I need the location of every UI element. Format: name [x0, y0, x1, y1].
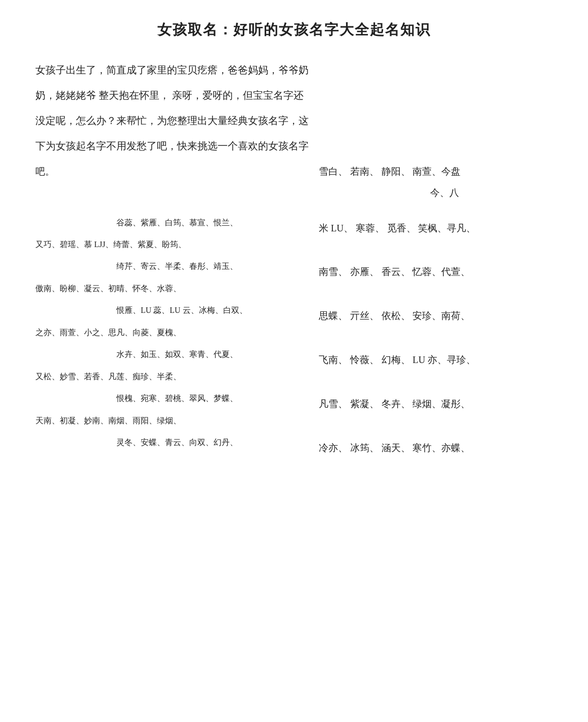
intro-line4: 下为女孩起名字不用发愁了吧，快来挑选一个喜欢的女孩名字 — [35, 136, 553, 156]
section-row-1: 谷蕊、紫雁、白筠、慕宣、恨兰、 米 LU、 寒蓉、 觅香、 笑枫、寻凡、 — [35, 218, 553, 239]
section-row-2: 又巧、碧瑶、慕 LJJ、绮蕾、紫夏、盼筠、 — [35, 239, 553, 250]
section-row-2-left: 又巧、碧瑶、慕 LJJ、绮蕾、紫夏、盼筠、 — [35, 239, 319, 250]
section-row-1-right: 米 LU、 寒蓉、 觅香、 笑枫、寻凡、 — [319, 218, 553, 239]
intro-line5-right: 雪白、 若南、 静阳、 南萱、今盘 今、八 — [319, 161, 553, 204]
intro-line2: 奶，姥姥姥爷 整天抱在怀里， 亲呀，爱呀的，但宝宝名字还 — [35, 85, 553, 105]
section-row-9: 恨槐、宛寒、碧桃、翠风、梦蝶、 凡雪、 紫凝、 冬卉、 绿烟、凝彤、 — [35, 393, 553, 415]
section-row-3-right: 南雪、 亦雁、 香云、 忆蓉、代萱、 — [319, 261, 553, 283]
section-row-8: 又松、妙雪、若香、凡莲、痴珍、半柔、 — [35, 372, 553, 382]
section-row-10-left: 天南、初凝、妙南、南烟、雨阳、绿烟、 — [35, 416, 319, 426]
section-row-7: 水卉、如玉、如双、寒青、代夏、 飞南、 怜薇、 幻梅、 LU 亦、寻珍、 — [35, 349, 553, 371]
section-row-9-left: 恨槐、宛寒、碧桃、翠风、梦蝶、 — [35, 393, 319, 415]
section-row-11: 灵冬、安蝶、青云、向双、幻丹、 冷亦、 冰筠、 涵天、 寒竹、亦蝶、 — [35, 437, 553, 459]
section-row-4: 傲南、盼柳、凝云、初晴、怀冬、水蓉、 — [35, 284, 553, 294]
section-row-3-left: 绮芹、寄云、半柔、春彤、靖玉、 — [35, 261, 319, 283]
section-row-5-left: 恨雁、LU 蕊、LU 云、冰梅、白双、 — [35, 305, 319, 327]
section-row-11-left: 灵冬、安蝶、青云、向双、幻丹、 — [35, 437, 319, 459]
section-row-7-right: 飞南、 怜薇、 幻梅、 LU 亦、寻珍、 — [319, 349, 553, 371]
intro-line3: 没定呢，怎么办？来帮忙，为您整理出大量经典女孩名字，这 — [35, 110, 553, 131]
section-row-9-right: 凡雪、 紫凝、 冬卉、 绿烟、凝彤、 — [319, 393, 553, 415]
intro-line5-left: 吧。 — [35, 161, 319, 204]
section-row-3: 绮芹、寄云、半柔、春彤、靖玉、 南雪、 亦雁、 香云、 忆蓉、代萱、 — [35, 261, 553, 283]
section-row-10: 天南、初凝、妙南、南烟、雨阳、绿烟、 — [35, 416, 553, 426]
section-row-11-right: 冷亦、 冰筠、 涵天、 寒竹、亦蝶、 — [319, 437, 553, 459]
intro-line1: 女孩子出生了，简直成了家里的宝贝疙瘩，爸爸妈妈，爷爷奶 — [35, 60, 553, 80]
section-row-6-left: 之亦、雨萱、小之、思凡、向菱、夏槐、 — [35, 328, 319, 338]
section-row-5: 恨雁、LU 蕊、LU 云、冰梅、白双、 思蝶、 亓丝、 依松、 安珍、南荷、 — [35, 305, 553, 327]
main-content: 女孩子出生了，简直成了家里的宝贝疙瘩，爸爸妈妈，爷爷奶 奶，姥姥姥爷 整天抱在怀… — [35, 60, 553, 458]
section-row-1-left: 谷蕊、紫雁、白筠、慕宣、恨兰、 — [35, 218, 319, 239]
section-row-6: 之亦、雨萱、小之、思凡、向菱、夏槐、 — [35, 328, 553, 338]
section-row-7-left: 水卉、如玉、如双、寒青、代夏、 — [35, 349, 319, 371]
section-row-5-right: 思蝶、 亓丝、 依松、 安珍、南荷、 — [319, 305, 553, 327]
section-row-8-left: 又松、妙雪、若香、凡莲、痴珍、半柔、 — [35, 372, 319, 382]
section-row-4-left: 傲南、盼柳、凝云、初晴、怀冬、水蓉、 — [35, 284, 319, 294]
page-title: 女孩取名：好听的女孩名字大全起名知识 — [35, 20, 553, 39]
